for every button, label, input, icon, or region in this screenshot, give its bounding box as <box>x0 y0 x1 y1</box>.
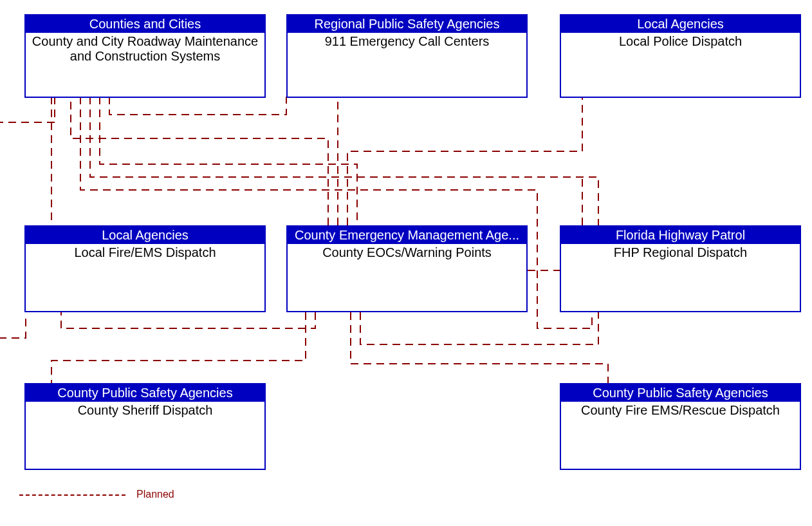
node-header: County Public Safety Agencies <box>26 384 264 402</box>
node-county-em[interactable]: County Emergency Management Age... Count… <box>286 225 528 312</box>
node-body: 911 Emergency Call Centers <box>288 33 526 50</box>
wire-em-to-countyfire <box>351 312 608 383</box>
node-header: Local Agencies <box>561 15 800 33</box>
node-counties-cities[interactable]: Counties and Cities County and City Road… <box>24 14 266 98</box>
node-header: Florida Highway Patrol <box>561 227 800 244</box>
wire-em-to-localfire <box>61 312 315 328</box>
node-body: Local Police Dispatch <box>561 33 800 50</box>
node-body: Local Fire/EMS Dispatch <box>26 244 264 261</box>
node-header: County Emergency Management Age... <box>288 227 526 244</box>
node-local-fire[interactable]: Local Agencies Local Fire/EMS Dispatch <box>24 225 266 312</box>
node-body: County Fire EMS/Rescue Dispatch <box>561 402 800 419</box>
legend-line-planned <box>19 494 125 496</box>
node-regional-psa[interactable]: Regional Public Safety Agencies 911 Emer… <box>286 14 528 98</box>
node-header: Local Agencies <box>26 227 264 244</box>
legend-label-planned: Planned <box>136 489 174 500</box>
node-header: Counties and Cities <box>26 15 264 33</box>
wire-em-to-counties <box>71 97 328 225</box>
node-body: County Sheriff Dispatch <box>26 402 264 419</box>
wire-em-to-fhp <box>360 312 598 344</box>
wire-counties-to-em2 <box>100 97 357 225</box>
wire-counties-to-fhp2 <box>90 97 598 225</box>
wire-em-to-localpolice <box>347 97 582 225</box>
wire-counties-offscreen <box>0 97 55 122</box>
wire-em-to-sheriff <box>51 312 306 383</box>
node-body: County and City Roadway Maintenance and … <box>26 33 264 65</box>
node-local-police[interactable]: Local Agencies Local Police Dispatch <box>560 14 801 98</box>
node-county-sheriff[interactable]: County Public Safety Agencies County She… <box>24 383 266 470</box>
node-body: FHP Regional Dispatch <box>561 244 800 261</box>
wire-localfire-offscreen <box>0 319 26 338</box>
node-header: County Public Safety Agencies <box>561 384 800 402</box>
node-county-fire-ems[interactable]: County Public Safety Agencies County Fir… <box>560 383 801 470</box>
node-fhp[interactable]: Florida Highway Patrol FHP Regional Disp… <box>560 225 801 312</box>
wire-counties-to-911 <box>109 97 286 115</box>
node-header: Regional Public Safety Agencies <box>288 15 526 33</box>
node-body: County EOCs/Warning Points <box>288 244 526 261</box>
